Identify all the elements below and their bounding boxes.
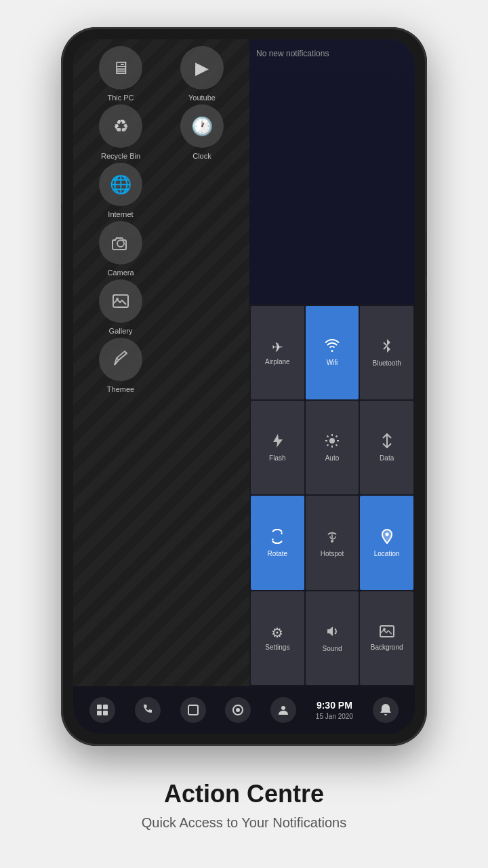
no-notifications-text: No new notifications xyxy=(256,49,329,58)
svg-line-12 xyxy=(336,436,337,437)
side-button-right-1[interactable] xyxy=(426,231,427,278)
data-label: Data xyxy=(380,454,394,462)
data-icon xyxy=(380,433,394,452)
app-row-1: 🖥 Thic PC ▶ Youtube xyxy=(73,46,249,102)
phone-screen: 🖥 Thic PC ▶ Youtube ♻ Recycle Bin xyxy=(73,39,415,734)
auto-icon xyxy=(325,433,340,452)
bottom-text-area: Action Centre Quick Access to Your Notif… xyxy=(115,760,373,844)
recycle-bin-icon: ♻ xyxy=(99,104,142,148)
background-label: Backgrond xyxy=(371,644,403,651)
screen-content: 🖥 Thic PC ▶ Youtube ♻ Recycle Bin xyxy=(73,39,415,734)
app-item-recycle-bin[interactable]: ♻ Recycle Bin xyxy=(83,104,158,160)
settings-icon: ⚙ xyxy=(271,625,283,641)
flash-icon xyxy=(271,433,283,452)
svg-line-11 xyxy=(336,445,337,446)
airplane-label: Airplane xyxy=(265,358,290,366)
app-item-thic-pc[interactable]: 🖥 Thic PC xyxy=(83,46,158,102)
tile-location[interactable]: Location xyxy=(360,496,413,589)
camera-icon xyxy=(99,221,142,264)
app-row-3: 🌐 Internet xyxy=(73,163,249,218)
tile-wifi[interactable]: Wifi xyxy=(306,306,359,399)
svg-rect-21 xyxy=(103,711,108,715)
tile-sound[interactable]: Sound xyxy=(306,591,359,685)
rotate-icon xyxy=(270,529,285,547)
svg-point-5 xyxy=(329,438,335,443)
svg-point-14 xyxy=(331,540,333,542)
taskbar-grid-btn[interactable] xyxy=(89,697,115,723)
tile-settings[interactable]: ⚙ Settings xyxy=(251,591,304,685)
bluetooth-label: Bluetooth xyxy=(373,359,401,367)
svg-point-25 xyxy=(281,706,285,710)
taskbar-phone-btn[interactable] xyxy=(135,697,161,723)
svg-rect-19 xyxy=(103,705,108,709)
app-item-camera[interactable]: Camera xyxy=(83,221,158,277)
wifi-icon xyxy=(325,339,340,356)
themee-icon xyxy=(99,338,142,381)
app-row-2: ♻ Recycle Bin 🕐 Clock xyxy=(73,104,249,160)
internet-label: Internet xyxy=(108,210,133,218)
svg-point-17 xyxy=(383,628,386,631)
rotate-label: Rotate xyxy=(268,550,287,557)
internet-icon: 🌐 xyxy=(99,163,142,206)
tile-flash[interactable]: Flash xyxy=(251,401,304,494)
svg-line-4 xyxy=(384,346,387,349)
clock-label: Clock xyxy=(192,152,211,160)
app-item-clock[interactable]: 🕐 Clock xyxy=(165,104,239,160)
app-row-5: Gallery xyxy=(73,279,249,335)
youtube-label: Youtube xyxy=(188,94,216,102)
svg-point-0 xyxy=(117,240,124,247)
svg-line-3 xyxy=(384,342,387,346)
hotspot-label: Hotspot xyxy=(321,550,344,557)
gallery-label: Gallery xyxy=(109,327,133,335)
camera-label: Camera xyxy=(107,269,134,277)
tile-rotate[interactable]: Rotate xyxy=(251,496,304,589)
side-button-left[interactable] xyxy=(61,203,62,271)
action-centre-subtitle: Quick Access to Your Notifications xyxy=(142,815,346,831)
taskbar-home-btn[interactable] xyxy=(225,697,251,723)
auto-label: Auto xyxy=(325,454,340,462)
tile-airplane[interactable]: ✈ Airplane xyxy=(251,306,304,399)
tile-auto[interactable]: Auto xyxy=(306,401,359,494)
svg-rect-22 xyxy=(188,705,198,715)
taskbar-notification-btn[interactable] xyxy=(373,697,399,723)
sound-icon xyxy=(325,624,340,642)
svg-rect-20 xyxy=(97,711,102,715)
app-grid-area: 🖥 Thic PC ▶ Youtube ♻ Recycle Bin xyxy=(73,39,249,686)
location-icon xyxy=(381,529,393,547)
gallery-icon xyxy=(99,279,142,323)
app-item-internet[interactable]: 🌐 Internet xyxy=(83,163,158,218)
tile-background[interactable]: Backgrond xyxy=(360,591,413,685)
thic-pc-label: Thic PC xyxy=(107,94,134,102)
airplane-icon: ✈ xyxy=(272,339,283,355)
svg-point-15 xyxy=(385,532,388,536)
background-icon xyxy=(380,625,394,641)
sound-label: Sound xyxy=(323,645,342,652)
app-row-6: Themee xyxy=(73,338,249,393)
app-item-themee[interactable]: Themee xyxy=(83,338,158,393)
taskbar-time: 9:30 PM 15 Jan 2020 xyxy=(316,699,353,720)
tile-data[interactable]: Data xyxy=(360,401,413,494)
tile-hotspot[interactable]: Hotspot xyxy=(306,496,359,589)
svg-point-2 xyxy=(116,298,119,300)
recycle-bin-label: Recycle Bin xyxy=(101,152,140,160)
svg-line-10 xyxy=(327,436,328,437)
hotspot-icon xyxy=(325,529,340,547)
bluetooth-icon xyxy=(382,338,392,357)
side-button-right-2[interactable] xyxy=(426,292,427,339)
phone-wrapper: 🖥 Thic PC ▶ Youtube ♻ Recycle Bin xyxy=(20,14,468,760)
clock-time: 9:30 PM xyxy=(317,699,352,711)
phone-frame: 🖥 Thic PC ▶ Youtube ♻ Recycle Bin xyxy=(61,27,427,746)
taskbar-user-btn[interactable] xyxy=(270,697,296,723)
taskbar: 9:30 PM 15 Jan 2020 xyxy=(73,686,415,734)
svg-point-24 xyxy=(236,708,240,712)
app-item-youtube[interactable]: ▶ Youtube xyxy=(165,46,239,102)
quick-tiles-area: ✈ Airplane Wifi xyxy=(249,304,415,686)
youtube-icon: ▶ xyxy=(180,46,224,90)
clock-icon: 🕐 xyxy=(180,104,224,148)
app-item-gallery[interactable]: Gallery xyxy=(83,279,158,335)
wifi-label: Wifi xyxy=(327,359,338,366)
svg-rect-18 xyxy=(97,705,102,709)
location-label: Location xyxy=(374,550,400,557)
taskbar-back-btn[interactable] xyxy=(180,697,206,723)
tile-bluetooth[interactable]: Bluetooth xyxy=(360,306,413,399)
